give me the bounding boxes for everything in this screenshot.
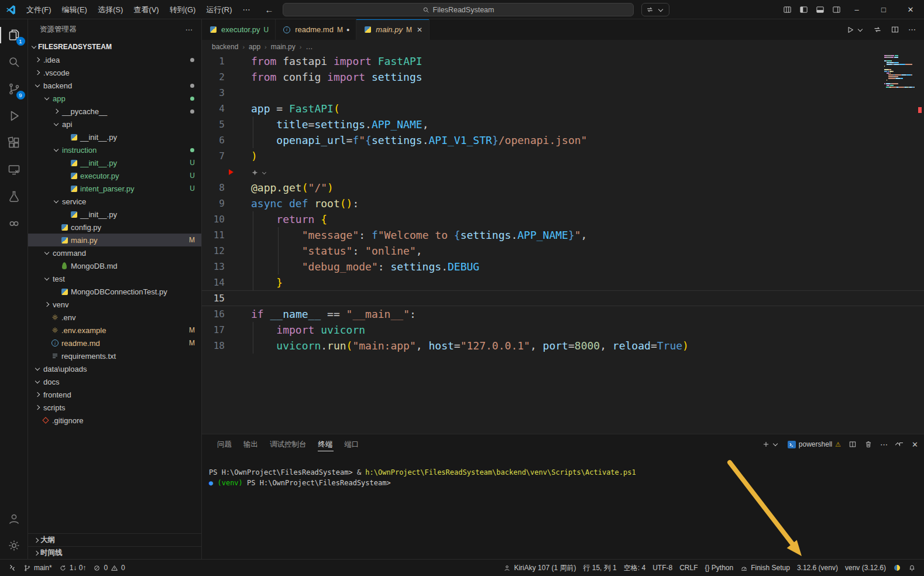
settings-gear-icon[interactable] [0,532,28,559]
search-view-icon[interactable] [0,49,28,76]
tree-item-.env[interactable]: .env [28,311,201,324]
titlebar-extra-button[interactable] [641,3,669,16]
tree-item-__init__.py[interactable]: __init__.py [28,208,201,221]
terminal-instance-item[interactable]: powershell ⚠ [788,440,841,448]
testing-icon[interactable] [0,183,28,210]
code-line-3[interactable]: 3 [202,85,924,101]
code-line-10[interactable]: 10 return { [202,211,924,227]
terminal-type-dropdown-icon[interactable] [771,440,780,448]
code-line-1[interactable]: 1from fastapi import FastAPI [202,53,924,69]
tree-item-.gitignore[interactable]: .gitignore [28,414,201,427]
tree-item-instruction[interactable]: instruction [28,143,201,156]
split-terminal-icon[interactable] [849,440,857,448]
tab-main.py[interactable]: main.pyM✕ [356,19,430,40]
breadcrumb-item-…[interactable]: … [305,43,312,51]
minimap[interactable] [884,55,915,88]
finish-setup-item[interactable]: Finish Setup [737,560,794,576]
tab-readme.md[interactable]: ireadme.mdM● [276,19,356,40]
code-line-13[interactable]: 13 "debug_mode": settings.DEBUG [202,259,924,275]
menu-item-4[interactable]: 转到(G) [164,0,201,19]
tree-item-docs[interactable]: docs [28,375,201,388]
terminal-output[interactable]: PS H:\OwnProject\FilesReadSysteam> & h:\… [202,454,924,559]
menu-item-5[interactable]: 运行(R) [201,0,237,19]
explorer-icon[interactable]: 1 [0,22,28,49]
tree-item-command[interactable]: command [28,246,201,259]
tree-item-backend[interactable]: backend [28,79,201,92]
tree-item-.idea[interactable]: .idea [28,53,201,66]
venv-item[interactable]: venv (3.12.6) [841,560,889,576]
toggle-primary-sidebar-icon[interactable] [799,5,808,14]
menu-item-0[interactable]: 文件(F) [21,0,57,19]
python-interpreter-item[interactable]: 3.12.6 (venv) [794,560,841,576]
tree-item-__init__.py[interactable]: __init__.py [28,131,201,143]
inline-suggestion-icon[interactable] [251,169,269,177]
code-line-14[interactable]: 14 } [202,275,924,290]
close-tab-icon[interactable]: ✕ [417,26,423,34]
git-blame-item[interactable]: KiriAky 107 (1 周前) [500,560,579,576]
code-line-9[interactable]: 9async def root(): [202,196,924,211]
code-line-8[interactable]: 8@app.get("/") [202,180,924,196]
panel-tab-终端[interactable]: 终端 [312,434,339,454]
tree-item-executor.py[interactable]: executor.pyU [28,169,201,182]
problems-item[interactable]: 0 0 [90,560,128,576]
tree-item-config.py[interactable]: config.py [28,221,201,234]
minimize-button[interactable]: – [843,0,870,19]
toggle-panel-icon[interactable] [816,5,825,14]
tree-item-__pycache__[interactable]: __pycache__ [28,105,201,118]
tree-item-__init__.py[interactable]: __init__.pyU [28,156,201,169]
workspace-section-header[interactable]: FILESREADSYSTEAM [28,40,201,53]
python-logo-icon[interactable] [889,560,905,576]
back-arrow-icon[interactable]: ← [265,5,273,15]
new-terminal-button[interactable] [762,440,780,448]
sidebar-section-0[interactable]: 大纲 [28,533,201,546]
tree-item-data\uploads[interactable]: data\uploads [28,362,201,375]
code-line-5[interactable]: 5 title=settings.APP_NAME, [202,116,924,132]
sidebar-section-1[interactable]: 时间线 [28,546,201,559]
code-line-widget[interactable] [202,164,924,180]
panel-tab-端口[interactable]: 端口 [339,434,365,454]
kill-terminal-icon[interactable] [864,440,873,448]
panel-more-actions-icon[interactable]: ⋯ [880,440,888,449]
code-line-17[interactable]: 17 import uvicorn [202,322,924,338]
breadcrumb-item-backend[interactable]: backend [212,43,238,51]
tree-item-.vscode[interactable]: .vscode [28,66,201,79]
tree-item-app[interactable]: app [28,92,201,105]
toggle-secondary-sidebar-icon[interactable] [832,5,841,14]
account-icon[interactable] [0,505,28,532]
tree-item-MongoDBConnectionTest.py[interactable]: MongoDBConnectionTest.py [28,285,201,298]
customize-layout-icon[interactable] [783,5,792,14]
code-line-12[interactable]: 12 "status": "online", [202,243,924,259]
open-changes-icon[interactable] [873,25,882,34]
git-branch-item[interactable]: main* [20,560,56,576]
git-sync-item[interactable]: 1↓ 0↑ [56,560,90,576]
eol-item[interactable]: CRLF [676,560,701,576]
split-editor-icon[interactable] [891,25,899,34]
code-line-7[interactable]: 7) [202,148,924,164]
tree-item-scripts[interactable]: scripts [28,401,201,414]
maximize-panel-icon[interactable] [895,440,904,448]
code-line-18[interactable]: 18 uvicorn.run("main:app", host="127.0.0… [202,338,924,354]
language-mode-item[interactable]: {} Python [701,560,737,576]
sidebar-more-actions-icon[interactable]: ⋯ [186,25,194,34]
panel-tab-输出[interactable]: 输出 [238,434,264,454]
code-line-2[interactable]: 2from config import settings [202,69,924,85]
tree-item-readme.md[interactable]: ireadme.mdM [28,337,201,349]
close-panel-icon[interactable]: ✕ [912,440,918,449]
command-center-search[interactable]: FilesReadSysteam [283,3,634,16]
extensions-icon[interactable] [0,129,28,156]
maximize-button[interactable]: □ [870,0,897,19]
menu-item-3[interactable]: 查看(V) [128,0,164,19]
tab-executor.py[interactable]: executor.pyU [202,19,276,40]
code-line-15[interactable]: 15 [202,290,924,306]
code-line-16[interactable]: 16if __name__ == "__main__": [202,306,924,322]
tree-item-MongoDB.md[interactable]: MongoDB.md [28,259,201,272]
menu-item-6[interactable]: ⋯ [237,0,255,19]
code-line-6[interactable]: 6 openapi_url=f"{settings.API_V1_STR}/op… [202,132,924,148]
close-button[interactable]: ✕ [897,0,924,19]
menu-item-1[interactable]: 编辑(E) [57,0,92,19]
notifications-bell-icon[interactable] [905,560,919,576]
extension-item-icon[interactable] [0,210,28,237]
tree-item-intent_parser.py[interactable]: intent_parser.pyU [28,182,201,195]
run-python-button[interactable] [846,26,864,34]
menu-item-2[interactable]: 选择(S) [92,0,128,19]
